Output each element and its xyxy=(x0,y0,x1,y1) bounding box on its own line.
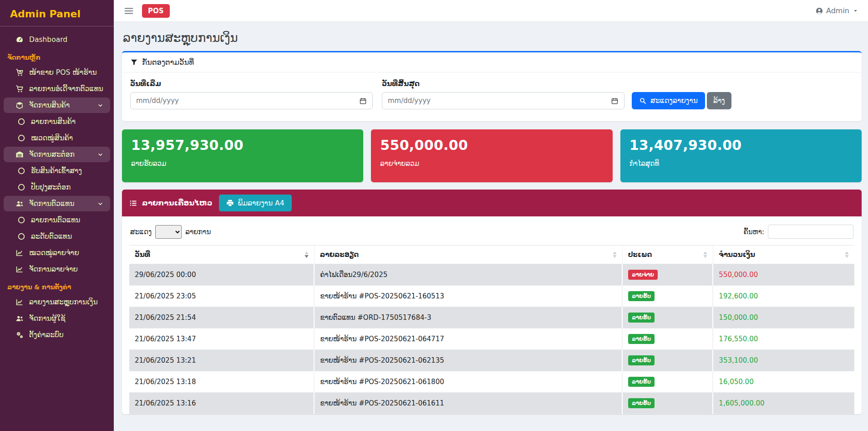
cell-type: ລາຍຮັບ xyxy=(622,350,713,371)
filter-title: ກັ່ນຕອງຕາມວັນທີ່ xyxy=(142,58,194,67)
sidebar-item-6[interactable]: ໝວດໝູ່ສິນຄ້າ xyxy=(4,130,110,146)
sidebar-item-8[interactable]: ຮັບສິນຄ້າເຂົ້າສາງ xyxy=(4,163,110,179)
table-row: 21/06/2025 13:18ຂາຍໜ້າຮ້ານ #POS-20250621… xyxy=(129,371,854,393)
stat-value: 13,407,930.00 xyxy=(629,137,853,153)
cogs-icon xyxy=(15,331,24,339)
sidebar-item-label: ລາຍການອໍເດີ້ຈາກຕົວແທນ xyxy=(29,85,104,93)
clear-button[interactable]: ລ້າງ xyxy=(707,92,731,109)
sidebar-item-5[interactable]: ລາຍການສິນຄ້າ xyxy=(4,114,110,129)
sidebar-item-label: Dashboard xyxy=(29,36,104,44)
sort-icon xyxy=(301,251,309,258)
user-menu-label: Admin xyxy=(826,6,849,15)
transactions-card-header: ລາຍການເຄື່ອນໄຫວ ພິມລາຍງານ A4 xyxy=(122,190,862,216)
sidebar-item-label: ຕັ້ງຄ່າລະບົບ xyxy=(29,331,104,339)
show-entries-label: ສະແດງ xyxy=(130,228,152,236)
circle-icon xyxy=(17,216,25,224)
column-header-1[interactable]: ລາຍລະອຽດ xyxy=(314,246,622,264)
sidebar-item-label: ລະດັບຕົວແທນ xyxy=(31,232,104,241)
sidebar-item-0[interactable]: Dashboard xyxy=(4,32,110,47)
stat-card-2: 13,407,930.00ກຳໄລສຸດທິ xyxy=(620,129,862,182)
sidebar-item-13[interactable]: ໝວດໝູ່ລາຍຈ່າຍ xyxy=(4,245,110,261)
sidebar-item-label: ໜ້າຂາຍ POS ໜ້າຮ້ານ xyxy=(29,68,104,77)
sidebar-item-2[interactable]: ໜ້າຂາຍ POS ໜ້າຮ້ານ xyxy=(4,65,110,80)
sidebar-item-label: ຈັດການຜູ້ໃຊ້ xyxy=(29,314,104,323)
app-brand: Admin Panel xyxy=(0,0,114,26)
column-header-3[interactable]: ຈຳນວນເງິນ xyxy=(713,246,854,264)
sort-icon xyxy=(841,251,849,258)
stat-value: 13,957,930.00 xyxy=(131,137,354,153)
sidebar-item-12[interactable]: ລະດັບຕົວແທນ xyxy=(4,229,110,244)
cell-date: 21/06/2025 23:05 xyxy=(129,286,314,307)
stat-card-0: 13,957,930.00ລາຍຮັບລວມ xyxy=(122,129,363,182)
print-a4-button[interactable]: ພິມລາຍງານ A4 xyxy=(219,195,292,211)
column-header-2[interactable]: ປະເພດ xyxy=(622,246,713,264)
type-badge: ລາຍຈ່າຍ xyxy=(628,270,658,280)
sidebar-item-17[interactable]: ຈັດການຜູ້ໃຊ້ xyxy=(4,311,110,326)
sidebar-item-label: ຮັບສິນຄ້າເຂົ້າສາງ xyxy=(31,167,104,175)
sidebar-item-label: ຈັດການຕົວແທນ xyxy=(29,200,91,208)
type-badge: ລາຍຮັບ xyxy=(628,377,655,387)
show-report-button[interactable]: ສະແດງລາຍງານ xyxy=(632,92,705,109)
table-search-input[interactable] xyxy=(768,225,853,239)
sort-icon xyxy=(700,251,707,258)
sidebar-item-label: ລາຍການສິນຄ້າ xyxy=(31,118,104,126)
sidebar-item-label: ລາຍການຕົວແທນ xyxy=(31,216,104,224)
stat-value: 550,000.00 xyxy=(380,137,603,153)
circle-icon xyxy=(17,167,25,175)
cell-type: ລາຍຮັບ xyxy=(622,286,713,307)
search-icon xyxy=(639,97,646,104)
table-row: 21/06/2025 13:21ຂາຍໜ້າຮ້ານ #POS-20250621… xyxy=(129,350,854,371)
user-menu[interactable]: Admin xyxy=(815,6,859,15)
filter-card-header: ກັ່ນຕອງຕາມວັນທີ່ xyxy=(122,52,862,72)
printer-icon xyxy=(226,199,234,207)
end-date-input[interactable]: mm/dd/yyyy xyxy=(382,92,624,109)
chevron-down-icon xyxy=(97,151,104,158)
stat-label: ກຳໄລສຸດທິ xyxy=(629,159,853,168)
table-controls: ສະແດງ ລາຍການ ຄົ້ນຫາ: xyxy=(130,225,853,239)
column-header-label: ປະເພດ xyxy=(628,251,652,259)
page-title: ລາຍງານສະຫຼຸບການເງິນ xyxy=(123,31,862,45)
cell-amount: 192,600.00 xyxy=(713,286,854,307)
caret-down-icon xyxy=(852,7,859,14)
sidebar-item-label: ຈັດການລາຍຈ່າຍ xyxy=(29,265,104,273)
cell-date: 21/06/2025 13:21 xyxy=(129,350,314,371)
top-navbar: POS Admin xyxy=(114,0,868,22)
sidebar-item-3[interactable]: ລາຍການອໍເດີ້ຈາກຕົວແທນ xyxy=(4,81,110,97)
pos-badge[interactable]: POS xyxy=(142,4,170,18)
sidebar-item-11[interactable]: ລາຍການຕົວແທນ xyxy=(4,212,110,228)
stat-label: ລາຍຮັບລວມ xyxy=(131,159,354,168)
warehouse-icon xyxy=(15,150,24,159)
calendar-icon[interactable] xyxy=(359,97,367,105)
summary-cards: 13,957,930.00ລາຍຮັບລວມ550,000.00ລາຍຈ່າຍລ… xyxy=(122,129,862,182)
transactions-table: ວັນທີ່ລາຍລະອຽດປະເພດຈຳນວນເງິນ 29/06/2025 … xyxy=(129,245,854,414)
table-row: 21/06/2025 13:47ຂາຍໜ້າຮ້ານ #POS-20250621… xyxy=(129,328,854,350)
calendar-icon[interactable] xyxy=(611,97,619,105)
cell-description: ຂາຍໜ້າຮ້ານ #POS-20250621-064717 xyxy=(314,328,622,350)
sidebar-item-18[interactable]: ຕັ້ງຄ່າລະບົບ xyxy=(4,327,110,343)
sidebar-item-14[interactable]: ຈັດການລາຍຈ່າຍ xyxy=(4,262,110,277)
chart-icon xyxy=(15,265,24,273)
cell-description: ຂາຍຕົວແທນ #ORD-1750517684-3 xyxy=(314,307,622,328)
sidebar-item-4[interactable]: ຈັດການສິນຄ້າ xyxy=(4,97,110,113)
sidebar-item-9[interactable]: ປັບປຸງສະຕ໋ອກ xyxy=(4,180,110,195)
hamburger-menu-icon[interactable] xyxy=(124,6,134,16)
sidebar-section-label: ລາຍງານ & ການຕັ້ງຄ່າ xyxy=(0,278,114,293)
type-badge: ລາຍຮັບ xyxy=(628,313,655,323)
cell-date: 29/06/2025 00:00 xyxy=(129,264,314,286)
column-header-0[interactable]: ວັນທີ່ xyxy=(129,246,314,264)
cell-date: 21/06/2025 13:47 xyxy=(129,328,314,350)
sidebar-item-label: ຈັດການສິນຄ້າ xyxy=(29,101,91,109)
sidebar-nav: Dashboardຈັດການຫຼັກໜ້າຂາຍ POS ໜ້າຮ້ານລາຍ… xyxy=(0,26,114,348)
start-date-input[interactable]: mm/dd/yyyy xyxy=(130,92,373,109)
list-icon xyxy=(129,199,137,207)
sidebar-item-label: ໝວດໝູ່ສິນຄ້າ xyxy=(31,134,104,142)
end-date-field: ວັນທີ່ສິ້ນສຸດ mm/dd/yyyy xyxy=(382,80,624,109)
chevron-down-icon xyxy=(97,102,104,109)
sidebar-item-10[interactable]: ຈັດການຕົວແທນ xyxy=(4,196,110,211)
page-length-select[interactable] xyxy=(155,225,182,239)
sidebar-item-16[interactable]: ລາຍງານສະຫຼຸບການເງິນ xyxy=(4,294,110,310)
sidebar-item-7[interactable]: ຈັດການສະຕ໋ອກ xyxy=(4,147,110,162)
cell-type: ລາຍຈ່າຍ xyxy=(622,264,713,286)
cell-description: ຂາຍໜ້າຮ້ານ #POS-20250621-160513 xyxy=(314,286,622,307)
cell-amount: 16,050.00 xyxy=(713,371,854,393)
